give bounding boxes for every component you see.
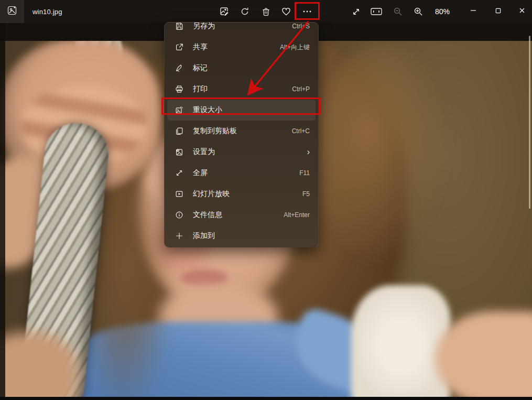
menu-item-save-as[interactable]: 另存为 Ctrl+S	[165, 22, 318, 37]
menu-item-label: 添加到	[193, 231, 310, 241]
copy-icon	[174, 126, 184, 136]
zoom-level-label: 80%	[431, 0, 454, 23]
plus-icon	[174, 231, 184, 241]
menu-item-share[interactable]: 共享 Alt+向上键	[165, 37, 318, 58]
close-icon	[518, 7, 526, 16]
maximize-button[interactable]	[486, 0, 510, 23]
menu-item-shortcut: F5	[302, 190, 310, 198]
menu-item-shortcut: F11	[299, 169, 310, 177]
menu-item-set-as[interactable]: 设置为 ›	[165, 142, 318, 163]
menu-item-label: 共享	[193, 42, 280, 52]
fit-screen-icon	[351, 7, 361, 17]
menu-item-add-to[interactable]: 添加到	[165, 225, 318, 246]
minimize-icon	[470, 7, 477, 16]
edit-image-icon	[219, 6, 230, 17]
trash-icon	[261, 7, 271, 17]
menu-item-label: 打印	[193, 84, 292, 94]
one-to-one-icon	[370, 6, 383, 17]
zoom-out-icon	[393, 6, 403, 17]
fullscreen-icon	[174, 168, 184, 178]
menu-scrollbar[interactable]	[529, 36, 530, 209]
menu-item-shortcut: Ctrl+C	[292, 127, 310, 135]
annotation-box-more-button	[295, 2, 320, 20]
pen-icon	[174, 63, 184, 73]
menu-item-shortcut: Alt+Enter	[284, 211, 310, 219]
edit-image-button[interactable]	[214, 0, 235, 23]
menu-item-label: 全屏	[193, 168, 299, 178]
maximize-icon	[495, 7, 502, 16]
photo-left-edge	[0, 23, 5, 400]
minimize-button[interactable]	[461, 0, 485, 23]
zoom-out-button[interactable]	[387, 0, 408, 23]
menu-item-label: 复制到剪贴板	[193, 126, 292, 136]
menu-item-label: 另存为	[193, 22, 292, 31]
menu-item-label: 文件信息	[193, 210, 284, 220]
menu-item-markup[interactable]: 标记	[165, 58, 318, 79]
actual-size-button[interactable]	[366, 0, 387, 23]
menu-item-slideshow[interactable]: 幻灯片放映 F5	[165, 183, 318, 204]
menu-item-label: 标记	[193, 63, 310, 73]
share-icon	[174, 42, 184, 52]
menu-item-label: 幻灯片放映	[193, 189, 302, 199]
zoom-in-icon	[413, 6, 424, 17]
menu-item-shortcut: Ctrl+P	[292, 85, 310, 93]
photo-hair-strands	[314, 44, 451, 264]
save-as-icon	[174, 22, 184, 31]
zoom-in-button[interactable]	[408, 0, 429, 23]
app-menu-button[interactable]	[0, 0, 24, 23]
photo-lace-shoulder	[351, 285, 451, 400]
rotate-button[interactable]	[234, 0, 255, 23]
menu-item-shortcut: Alt+向上键	[280, 43, 310, 52]
photos-app-icon	[7, 5, 17, 18]
menu-item-label: 设置为	[193, 147, 307, 157]
filename-label: win10.jpg	[32, 0, 62, 23]
rotate-icon	[240, 6, 250, 17]
menu-item-copy-to-clipboard[interactable]: 复制到剪贴板 Ctrl+C	[165, 121, 318, 142]
close-button[interactable]	[510, 0, 532, 23]
printer-icon	[174, 84, 184, 94]
photo-letterbox-bottom	[0, 397, 532, 400]
submenu-chevron-icon: ›	[307, 147, 310, 157]
menu-item-shortcut: Ctrl+S	[292, 23, 310, 30]
info-icon	[174, 210, 184, 220]
fit-to-window-button[interactable]	[345, 0, 366, 23]
favorite-button[interactable]	[276, 0, 297, 23]
photos-app-window: win10.jpg	[0, 0, 532, 400]
photo-lips	[181, 269, 228, 287]
set-as-icon	[174, 147, 184, 157]
menu-item-print[interactable]: 打印 Ctrl+P	[165, 79, 318, 100]
slideshow-icon	[174, 189, 184, 199]
annotation-box-resize-item	[161, 98, 320, 115]
more-options-menu: 另存为 Ctrl+S 共享 Alt+向上键 标记 打印 Ctrl+P 重设大小 …	[164, 22, 319, 247]
titlebar: win10.jpg	[0, 0, 532, 23]
menu-item-fullscreen[interactable]: 全屏 F11	[165, 163, 318, 183]
menu-item-file-info[interactable]: 文件信息 Alt+Enter	[165, 204, 318, 225]
delete-button[interactable]	[255, 0, 276, 23]
heart-icon	[281, 6, 291, 17]
